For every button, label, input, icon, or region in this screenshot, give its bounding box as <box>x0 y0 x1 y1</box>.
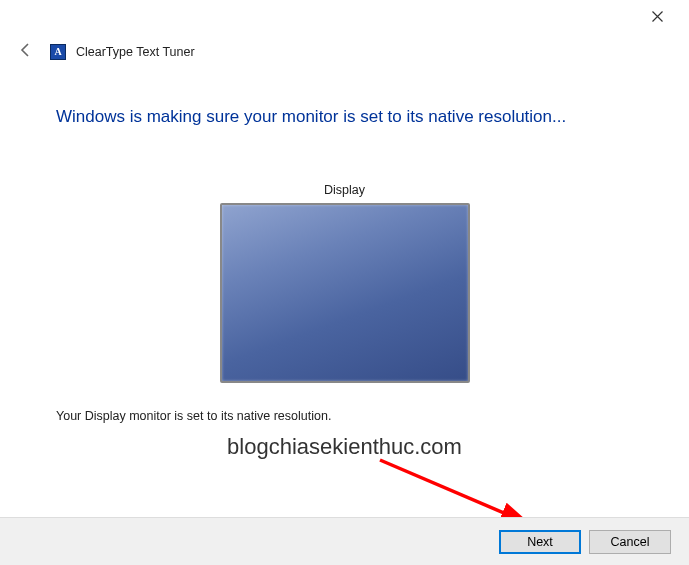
back-arrow-icon[interactable] <box>12 38 40 65</box>
close-button[interactable] <box>637 2 677 30</box>
app-icon: A <box>50 44 66 60</box>
cancel-button[interactable]: Cancel <box>589 530 671 554</box>
monitor-preview-icon <box>220 203 470 383</box>
page-heading: Windows is making sure your monitor is s… <box>56 107 633 127</box>
display-preview-area: Display <box>56 183 633 383</box>
content-area: Windows is making sure your monitor is s… <box>0 71 689 423</box>
display-label: Display <box>56 183 633 197</box>
window-title: ClearType Text Tuner <box>76 45 195 59</box>
footer: Next Cancel <box>0 517 689 565</box>
titlebar <box>0 0 689 32</box>
status-text: Your Display monitor is set to its nativ… <box>56 409 633 423</box>
svg-line-1 <box>380 460 525 522</box>
watermark-text: blogchiasekienthuc.com <box>227 434 462 460</box>
header: A ClearType Text Tuner <box>0 32 689 71</box>
next-button[interactable]: Next <box>499 530 581 554</box>
